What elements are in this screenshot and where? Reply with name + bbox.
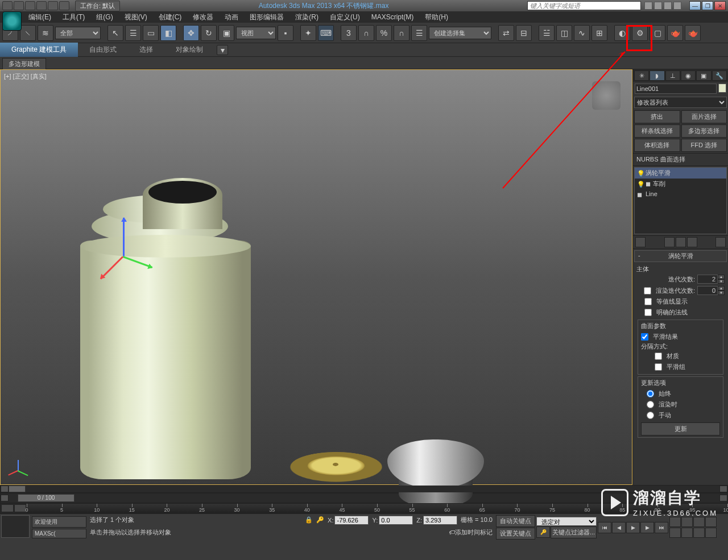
- zoom-extents-icon[interactable]: [693, 517, 705, 527]
- menu-animation[interactable]: 动画: [219, 11, 244, 24]
- binoculars-icon[interactable]: [644, 2, 652, 10]
- close-button[interactable]: ✕: [714, 1, 726, 10]
- tab-display-icon[interactable]: ▣: [696, 70, 711, 81]
- tab-motion-icon[interactable]: ◉: [681, 70, 696, 81]
- lock-icon[interactable]: 🔒: [305, 516, 313, 524]
- viewport-label[interactable]: [+] [正交] [真实]: [4, 72, 47, 81]
- render-iterative-icon[interactable]: 🫖: [685, 25, 701, 41]
- rotate-icon[interactable]: ↻: [201, 25, 217, 41]
- coord-y-input[interactable]: [379, 516, 413, 525]
- qat-redo-icon[interactable]: [48, 1, 58, 10]
- tab-hierarchy-icon[interactable]: ⊥: [665, 70, 680, 81]
- qat-link-icon[interactable]: [59, 1, 69, 10]
- render-iters-checkbox[interactable]: [644, 287, 651, 294]
- menu-custom[interactable]: 自定义(U): [324, 11, 366, 24]
- scale-icon[interactable]: ▣: [218, 25, 234, 41]
- btn-extrude[interactable]: 挤出: [634, 110, 680, 123]
- addtimetag-label[interactable]: 添加时间标记: [455, 528, 493, 537]
- goto-end-icon[interactable]: ⏭: [655, 522, 668, 533]
- timeline-ruler[interactable]: 0510152025303540455055606570758085909510…: [27, 504, 727, 513]
- menu-edit[interactable]: 编辑(E): [23, 11, 57, 24]
- key-icon[interactable]: [654, 2, 662, 10]
- stack-item-turbosmooth[interactable]: 💡涡轮平滑: [635, 168, 726, 179]
- align-icon[interactable]: ⊟: [516, 25, 532, 41]
- time-slider-right-icon[interactable]: [719, 495, 727, 501]
- modifier-stack[interactable]: 💡涡轮平滑 💡◼ 车削 ◼Line: [634, 167, 727, 234]
- btn-ffdselect[interactable]: FFD 选择: [681, 139, 727, 152]
- goto-start-icon[interactable]: ⏮: [598, 522, 611, 533]
- window-crossing-icon[interactable]: ◧: [160, 25, 176, 41]
- panel-poly-modeling[interactable]: 多边形建模: [2, 58, 46, 70]
- coord-z-input[interactable]: [423, 516, 457, 525]
- menu-modifiers[interactable]: 修改器: [187, 11, 219, 24]
- time-slider[interactable]: 0 / 100: [0, 493, 728, 503]
- tab-create-icon[interactable]: ✳: [634, 70, 649, 81]
- unique-icon[interactable]: [676, 237, 686, 247]
- update-always-radio[interactable]: [647, 390, 654, 397]
- update-manual-radio[interactable]: [647, 412, 654, 419]
- select-region-icon[interactable]: ▭: [143, 25, 159, 41]
- pan-icon[interactable]: [681, 528, 693, 538]
- time-slider-thumb[interactable]: 0 / 100: [18, 494, 75, 502]
- graphite-toggle-icon[interactable]: ◫: [556, 25, 572, 41]
- menu-create[interactable]: 创建(C): [153, 11, 188, 24]
- move-icon[interactable]: ✥: [183, 25, 199, 41]
- timeline-keymode-icon[interactable]: [14, 504, 27, 512]
- menu-help[interactable]: 帮助(H): [419, 11, 454, 24]
- render-setup-icon[interactable]: ⚙: [632, 25, 648, 41]
- help-search-input[interactable]: [527, 1, 641, 10]
- viewport[interactable]: [+] [正交] [真实]: [0, 69, 632, 485]
- spinner-up-icon[interactable]: ▲: [718, 275, 725, 279]
- selection-filter-dropdown[interactable]: 全部: [55, 27, 101, 39]
- unlink-icon[interactable]: ⟍: [20, 25, 36, 41]
- spinner-down-icon[interactable]: ▼: [718, 291, 725, 295]
- snap-angle-icon[interactable]: 3: [341, 25, 357, 41]
- isoline-checkbox[interactable]: [644, 298, 652, 305]
- tab-modify-icon[interactable]: ◗: [650, 70, 664, 81]
- tab-freeform[interactable]: 自由形式: [78, 43, 128, 57]
- setkey-button[interactable]: 设置关键点: [496, 528, 535, 540]
- scroll-left-icon[interactable]: [1, 486, 9, 492]
- key-icon[interactable]: 🔑: [316, 516, 324, 524]
- btn-splineselect[interactable]: 样条线选择: [634, 125, 680, 138]
- next-frame-icon[interactable]: ▶: [640, 522, 654, 533]
- modifier-list-dropdown[interactable]: 修改器列表: [634, 97, 727, 108]
- transform-gizmo[interactable]: [114, 212, 160, 280]
- keyboard-shortcut-icon[interactable]: ⌨: [318, 25, 334, 41]
- stack-item-line[interactable]: ◼Line: [635, 189, 726, 198]
- material-editor-icon[interactable]: ◐: [614, 25, 630, 41]
- timeline[interactable]: 0510152025303540455055606570758085909510…: [0, 503, 728, 513]
- help-icon[interactable]: [673, 2, 681, 10]
- pivot-center-icon[interactable]: ▪: [278, 25, 293, 41]
- viewcube-icon[interactable]: [592, 81, 621, 110]
- keyfilter-button[interactable]: 关键点过滤器...: [551, 526, 597, 538]
- welcome-button[interactable]: 欢迎使用: [32, 516, 86, 528]
- manipulate-icon[interactable]: ✦: [300, 25, 316, 41]
- application-menu-icon[interactable]: [2, 11, 22, 31]
- play-icon[interactable]: ▶: [626, 522, 640, 533]
- coord-x-input[interactable]: [334, 516, 369, 525]
- minimize-button[interactable]: —: [689, 1, 701, 10]
- viewport-hscrollbar[interactable]: [0, 485, 728, 493]
- curve-editor-icon[interactable]: ∿: [574, 25, 590, 41]
- orbit-icon[interactable]: [693, 528, 705, 538]
- btn-volselect[interactable]: 体积选择: [634, 139, 680, 152]
- rollout-turbosmooth[interactable]: 涡轮平滑: [634, 250, 727, 262]
- ribbon-expand-icon[interactable]: ▾: [217, 45, 228, 55]
- btn-polyselect[interactable]: 多边形选择: [681, 125, 727, 138]
- qat-save-icon[interactable]: [25, 1, 35, 10]
- snap-percent-icon[interactable]: ∩: [358, 25, 374, 41]
- snap-percent2-icon[interactable]: %: [376, 25, 392, 41]
- smoothresult-checkbox[interactable]: [641, 333, 648, 341]
- maximize-button[interactable]: ❐: [702, 1, 713, 10]
- remove-mod-icon[interactable]: [687, 237, 697, 247]
- qat-new-icon[interactable]: [2, 1, 13, 10]
- workspace-dropdown[interactable]: 工作台: 默认: [75, 1, 120, 11]
- zoom-extents-all-icon[interactable]: [705, 517, 717, 527]
- explicit-checkbox[interactable]: [644, 309, 652, 316]
- layer-manager-icon[interactable]: ☱: [539, 25, 555, 41]
- tab-utilities-icon[interactable]: 🔧: [712, 70, 727, 81]
- update-render-radio[interactable]: [647, 401, 654, 408]
- time-slider-left-icon[interactable]: [1, 495, 9, 501]
- render-frame-icon[interactable]: ▢: [650, 25, 665, 41]
